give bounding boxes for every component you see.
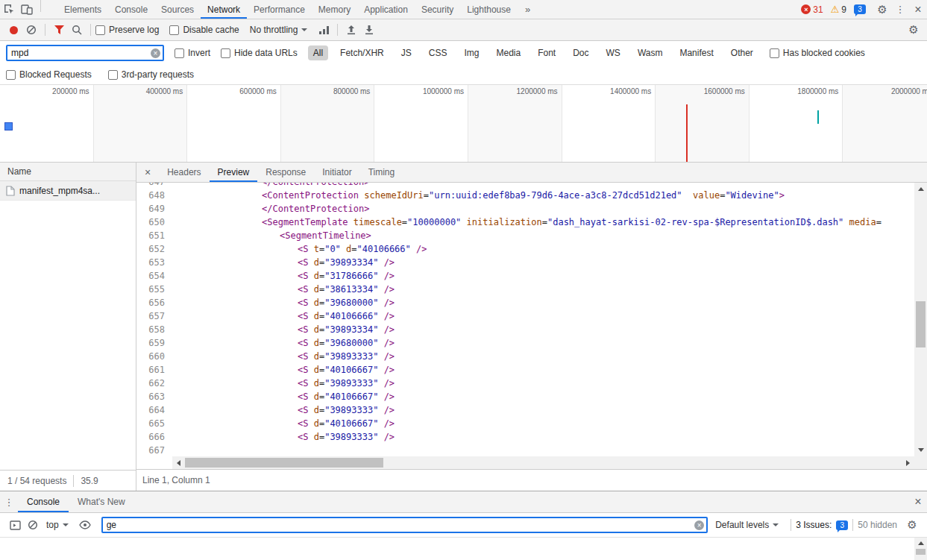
console-messages-area[interactable] bbox=[0, 538, 927, 560]
filter-type-js[interactable]: JS bbox=[396, 45, 417, 60]
scroll-up-button[interactable] bbox=[914, 183, 927, 195]
filter-type-font[interactable]: Font bbox=[532, 45, 561, 60]
export-har-icon[interactable] bbox=[360, 21, 378, 39]
scroll-up-button[interactable] bbox=[914, 538, 927, 548]
code-line[interactable]: 653<S d="39893334" /> bbox=[136, 256, 927, 269]
tab-console[interactable]: Console bbox=[108, 0, 154, 19]
log-levels-dropdown[interactable]: Default levels bbox=[715, 520, 779, 530]
inspect-element-icon[interactable] bbox=[0, 0, 18, 19]
filter-type-img[interactable]: Img bbox=[459, 45, 484, 60]
tab-lighthouse[interactable]: Lighthouse bbox=[460, 0, 518, 19]
code-line[interactable]: 656<S d="39680000" /> bbox=[136, 296, 927, 309]
tab-memory[interactable]: Memory bbox=[312, 0, 357, 19]
invert-checkbox[interactable]: Invert bbox=[175, 48, 210, 58]
code-line[interactable]: 663<S d="40106667" /> bbox=[136, 390, 927, 403]
clear-console-filter-icon[interactable]: × bbox=[694, 520, 704, 530]
clear-filter-icon[interactable]: × bbox=[151, 48, 160, 58]
scroll-down-button[interactable] bbox=[914, 444, 927, 456]
search-icon[interactable] bbox=[68, 21, 86, 39]
code-line[interactable]: 650<SegmentTemplate timescale="10000000"… bbox=[136, 215, 927, 229]
code-line[interactable]: 648<ContentProtection schemeIdUri="urn:u… bbox=[136, 189, 927, 202]
close-details-icon[interactable]: × bbox=[136, 163, 159, 182]
code-line[interactable]: 659<S d="39680000" /> bbox=[136, 336, 927, 350]
network-filter-input[interactable] bbox=[6, 45, 164, 61]
tab-network[interactable]: Network bbox=[201, 0, 247, 19]
request-row[interactable]: manifest_mpm4sa... bbox=[0, 181, 136, 201]
code-line[interactable]: 660<S d="39893333" /> bbox=[136, 350, 927, 363]
has-blocked-cookies-checkbox[interactable]: Has blocked cookies bbox=[770, 48, 865, 58]
horizontal-scrollbar[interactable] bbox=[172, 456, 914, 469]
vertical-scroll-thumb[interactable] bbox=[916, 301, 926, 347]
drawer-tab-what-s-new[interactable]: What's New bbox=[69, 491, 134, 512]
filter-type-fetch-xhr[interactable]: Fetch/XHR bbox=[335, 45, 389, 60]
network-overview-timeline[interactable]: 200000 ms400000 ms600000 ms800000 ms1000… bbox=[0, 85, 927, 163]
code-line[interactable]: 661<S d="40106667" /> bbox=[136, 363, 927, 377]
vertical-scroll-track[interactable] bbox=[914, 195, 927, 444]
details-tab-preview[interactable]: Preview bbox=[210, 163, 258, 182]
code-line[interactable]: 666<S d="39893333" /> bbox=[136, 430, 927, 444]
record-network-log-button[interactable] bbox=[4, 21, 22, 39]
drawer-menu-icon[interactable]: ⋮ bbox=[0, 491, 18, 512]
tab-application[interactable]: Application bbox=[357, 0, 415, 19]
warning-badge[interactable]: ⚠ 9 bbox=[831, 0, 846, 19]
device-toolbar-icon[interactable] bbox=[18, 0, 36, 19]
filter-type-wasm[interactable]: Wasm bbox=[632, 45, 668, 60]
code-line[interactable]: 665<S d="40106667" /> bbox=[136, 417, 927, 430]
vertical-scrollbar[interactable] bbox=[914, 183, 927, 456]
console-scrollbar[interactable] bbox=[914, 538, 927, 560]
code-line[interactable]: 655<S d="38613334" /> bbox=[136, 283, 927, 296]
throttling-dropdown[interactable]: No throttling bbox=[250, 25, 308, 35]
filter-type-css[interactable]: CSS bbox=[424, 45, 453, 60]
tab-security[interactable]: Security bbox=[415, 0, 460, 19]
code-line[interactable]: 649</ContentProtection> bbox=[136, 202, 927, 215]
more-panels-button[interactable]: » bbox=[518, 0, 538, 19]
error-badge[interactable]: × 31 bbox=[801, 0, 823, 19]
code-line[interactable]: 657<S d="40106666" /> bbox=[136, 309, 927, 323]
blocked-requests-checkbox[interactable]: Blocked Requests bbox=[6, 69, 92, 80]
preview-pane[interactable]: 647</ContentProtection>648<ContentProtec… bbox=[136, 183, 927, 456]
drawer-tab-console[interactable]: Console bbox=[18, 491, 69, 512]
details-tab-response[interactable]: Response bbox=[257, 163, 314, 182]
filter-type-other[interactable]: Other bbox=[726, 45, 758, 60]
console-context-selector[interactable]: top bbox=[46, 520, 69, 530]
code-line[interactable]: 651<SegmentTimeline> bbox=[136, 229, 927, 242]
scroll-right-button[interactable] bbox=[902, 456, 914, 469]
live-expression-eye-icon[interactable] bbox=[76, 516, 94, 534]
code-line[interactable]: 647</ContentProtection> bbox=[136, 183, 927, 189]
filter-type-media[interactable]: Media bbox=[491, 45, 526, 60]
code-line[interactable]: 652<S t="0" d="40106666" /> bbox=[136, 242, 927, 256]
code-line[interactable]: 667 bbox=[136, 444, 927, 456]
more-options-icon[interactable]: ⋮ bbox=[891, 0, 909, 19]
console-messages-badge[interactable]: 3 bbox=[854, 0, 866, 19]
details-tab-headers[interactable]: Headers bbox=[159, 163, 209, 182]
console-sidebar-icon[interactable] bbox=[6, 516, 24, 534]
tab-elements[interactable]: Elements bbox=[57, 0, 108, 19]
code-line[interactable]: 658<S d="39893334" /> bbox=[136, 323, 927, 336]
filter-type-doc[interactable]: Doc bbox=[568, 45, 594, 60]
tab-sources[interactable]: Sources bbox=[154, 0, 201, 19]
filter-icon[interactable] bbox=[50, 21, 68, 39]
details-tab-timing[interactable]: Timing bbox=[360, 163, 403, 182]
code-line[interactable]: 664<S d="39893333" /> bbox=[136, 403, 927, 417]
network-settings-gear-icon[interactable]: ⚙ bbox=[905, 21, 923, 39]
clear-network-log-icon[interactable] bbox=[22, 21, 40, 39]
disable-cache-checkbox[interactable]: Disable cache bbox=[169, 25, 239, 35]
close-devtools-icon[interactable]: × bbox=[909, 0, 927, 19]
hide-data-urls-checkbox[interactable]: Hide data URLs bbox=[221, 48, 298, 58]
import-har-icon[interactable] bbox=[342, 21, 360, 39]
code-line[interactable]: 654<S d="31786666" /> bbox=[136, 269, 927, 283]
filter-type-ws[interactable]: WS bbox=[601, 45, 626, 60]
code-line[interactable]: 662<S d="39893333" /> bbox=[136, 377, 927, 390]
console-scroll-thumb[interactable] bbox=[916, 549, 926, 555]
horizontal-scroll-track[interactable] bbox=[185, 456, 902, 469]
close-drawer-icon[interactable]: × bbox=[909, 491, 927, 512]
scroll-left-button[interactable] bbox=[172, 456, 185, 469]
requests-name-header[interactable]: Name bbox=[0, 163, 136, 181]
console-settings-gear-icon[interactable]: ⚙ bbox=[903, 516, 921, 534]
settings-gear-icon[interactable]: ⚙ bbox=[873, 0, 891, 19]
preserve-log-checkbox[interactable]: Preserve log bbox=[95, 25, 159, 35]
filter-type-all[interactable]: All bbox=[308, 45, 328, 60]
third-party-requests-checkbox[interactable]: 3rd-party requests bbox=[108, 69, 194, 80]
tab-performance[interactable]: Performance bbox=[247, 0, 312, 19]
network-conditions-icon[interactable] bbox=[315, 21, 333, 39]
